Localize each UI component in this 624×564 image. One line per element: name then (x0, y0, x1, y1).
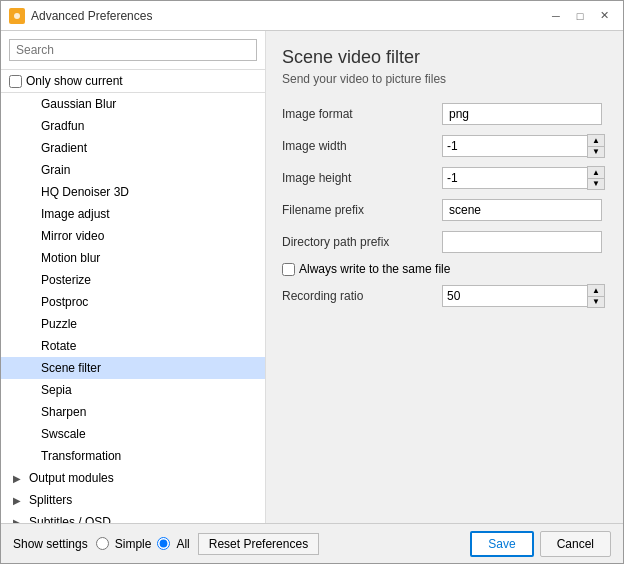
minimize-button[interactable]: ─ (545, 5, 567, 27)
filename-prefix-input[interactable] (442, 199, 602, 221)
content-area: Only show current Gaussian BlurGradfunGr… (1, 31, 623, 523)
image-width-down[interactable]: ▼ (588, 146, 604, 157)
recording-ratio-input[interactable] (442, 285, 587, 307)
image-height-label: Image height (282, 171, 442, 185)
tree-item-gradfun[interactable]: Gradfun (1, 115, 265, 137)
tree-item-hq-denoiser-3d[interactable]: HQ Denoiser 3D (1, 181, 265, 203)
close-button[interactable]: ✕ (593, 5, 615, 27)
panel-title: Scene video filter (282, 47, 607, 68)
all-radio[interactable] (157, 537, 170, 550)
window-title: Advanced Preferences (31, 9, 152, 23)
tree-item-image-adjust[interactable]: Image adjust (1, 203, 265, 225)
app-icon (9, 8, 25, 24)
always-write-label: Always write to the same file (299, 262, 450, 276)
recording-ratio-spin-container: ▲ ▼ (442, 284, 605, 308)
tree-item-swscale[interactable]: Swscale (1, 423, 265, 445)
chevron-right-icon: ▶ (9, 514, 25, 523)
tree-items-container: Gaussian BlurGradfunGradientGrainHQ Deno… (1, 93, 265, 467)
tree-item-scene-filter[interactable]: Scene filter (1, 357, 265, 379)
category-splitters[interactable]: ▶Splitters (1, 489, 265, 511)
chevron-right-icon: ▶ (9, 470, 25, 486)
search-box (1, 31, 265, 70)
tree-item-grain[interactable]: Grain (1, 159, 265, 181)
image-width-spinners: ▲ ▼ (587, 134, 605, 158)
tree-item-transformation[interactable]: Transformation (1, 445, 265, 467)
window-controls: ─ □ ✕ (545, 5, 615, 27)
filename-prefix-label: Filename prefix (282, 203, 442, 217)
save-button[interactable]: Save (470, 531, 533, 557)
all-label: All (176, 537, 189, 551)
recording-ratio-row: Recording ratio ▲ ▼ (282, 284, 607, 308)
tree-area[interactable]: Gaussian BlurGradfunGradientGrainHQ Deno… (1, 93, 265, 523)
image-height-row: Image height ▲ ▼ (282, 166, 607, 190)
always-write-row: Always write to the same file (282, 262, 607, 276)
image-height-spin-container: ▲ ▼ (442, 166, 605, 190)
svg-point-1 (14, 13, 20, 19)
image-height-input[interactable] (442, 167, 587, 189)
recording-ratio-spinners: ▲ ▼ (587, 284, 605, 308)
maximize-button[interactable]: □ (569, 5, 591, 27)
tree-item-gaussian-blur[interactable]: Gaussian Blur (1, 93, 265, 115)
directory-path-input[interactable] (442, 231, 602, 253)
search-input[interactable] (9, 39, 257, 61)
directory-path-row: Directory path prefix (282, 230, 607, 254)
bottom-left: Show settings Simple All Reset Preferenc… (13, 533, 319, 555)
image-height-down[interactable]: ▼ (588, 178, 604, 189)
image-width-row: Image width ▲ ▼ (282, 134, 607, 158)
tree-item-motion-blur[interactable]: Motion blur (1, 247, 265, 269)
recording-ratio-up[interactable]: ▲ (588, 285, 604, 296)
tree-item-sharpen[interactable]: Sharpen (1, 401, 265, 423)
image-width-spin-container: ▲ ▼ (442, 134, 605, 158)
only-show-current-row: Only show current (1, 70, 265, 93)
tree-item-posterize[interactable]: Posterize (1, 269, 265, 291)
image-height-spinners: ▲ ▼ (587, 166, 605, 190)
directory-path-label: Directory path prefix (282, 235, 442, 249)
simple-radio[interactable] (96, 537, 109, 550)
radio-group: Simple All (96, 537, 190, 551)
left-panel: Only show current Gaussian BlurGradfunGr… (1, 31, 266, 523)
reset-preferences-button[interactable]: Reset Preferences (198, 533, 319, 555)
image-format-label: Image format (282, 107, 442, 121)
main-window: Advanced Preferences ─ □ ✕ Only show cur… (0, 0, 624, 564)
image-height-up[interactable]: ▲ (588, 167, 604, 178)
panel-subtitle: Send your video to picture files (282, 72, 607, 86)
filename-prefix-row: Filename prefix (282, 198, 607, 222)
always-write-checkbox[interactable] (282, 263, 295, 276)
categories-container: ▶Output modules▶Splitters▶Subtitles / OS… (1, 467, 265, 523)
tree-item-rotate[interactable]: Rotate (1, 335, 265, 357)
right-panel: Scene video filter Send your video to pi… (266, 31, 623, 523)
tree-item-mirror-video[interactable]: Mirror video (1, 225, 265, 247)
title-bar: Advanced Preferences ─ □ ✕ (1, 1, 623, 31)
title-bar-left: Advanced Preferences (9, 8, 152, 24)
tree-item-sepia[interactable]: Sepia (1, 379, 265, 401)
chevron-right-icon: ▶ (9, 492, 25, 508)
simple-label: Simple (115, 537, 152, 551)
image-format-row: Image format (282, 102, 607, 126)
image-width-label: Image width (282, 139, 442, 153)
image-format-input[interactable] (442, 103, 602, 125)
tree-item-puzzle[interactable]: Puzzle (1, 313, 265, 335)
cancel-button[interactable]: Cancel (540, 531, 611, 557)
recording-ratio-label: Recording ratio (282, 289, 442, 303)
bottom-bar: Show settings Simple All Reset Preferenc… (1, 523, 623, 563)
recording-ratio-down[interactable]: ▼ (588, 296, 604, 307)
tree-item-postproc[interactable]: Postproc (1, 291, 265, 313)
bottom-right: Save Cancel (470, 531, 611, 557)
show-settings-label: Show settings (13, 537, 88, 551)
image-width-input[interactable] (442, 135, 587, 157)
image-width-up[interactable]: ▲ (588, 135, 604, 146)
only-show-current-checkbox[interactable] (9, 75, 22, 88)
tree-item-gradient[interactable]: Gradient (1, 137, 265, 159)
category-subtitles-osd[interactable]: ▶Subtitles / OSD (1, 511, 265, 523)
only-show-current-label: Only show current (26, 74, 123, 88)
category-output-modules[interactable]: ▶Output modules (1, 467, 265, 489)
